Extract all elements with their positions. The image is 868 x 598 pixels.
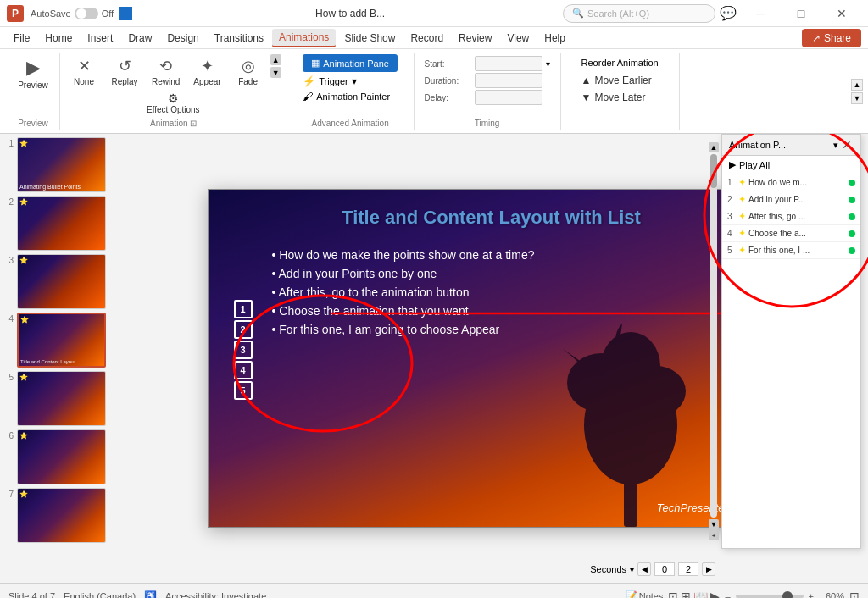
anim-rewind-button[interactable]: ⟲ Rewind [147, 54, 185, 89]
seconds-increase-button[interactable]: ▶ [702, 562, 715, 576]
main-area: 1 ⭐ Animating Bullet Points 2 ⭐ 3 ⭐ 4 [0, 134, 868, 583]
notes-button[interactable]: 📝 Notes [626, 590, 664, 598]
start-input[interactable] [475, 56, 542, 71]
notes-icon: 📝 [626, 590, 637, 598]
accessibility-info[interactable]: Accessibility: Investigate [165, 591, 266, 599]
slide-canvas[interactable]: Title and Content Layout with List [208, 189, 776, 528]
scroll-up-button[interactable]: ▲ [709, 142, 719, 152]
preview-button[interactable]: ▶ Preview [12, 54, 54, 92]
menu-help[interactable]: Help [537, 30, 572, 47]
reading-view-icon[interactable]: 📖 [693, 590, 708, 599]
anim-none-button[interactable]: ✕ None [65, 54, 103, 89]
slide-thumb-2[interactable]: 2 ⭐ [3, 196, 110, 251]
duration-label: Duration: [425, 76, 471, 86]
share-button[interactable]: ↗Share [802, 29, 861, 47]
scroll-thumb[interactable] [710, 154, 717, 188]
move-later-button[interactable]: ▼ Move Later [581, 90, 646, 105]
anim-pane-close-button[interactable]: ✕ [840, 138, 854, 152]
slide-thumb-4[interactable]: 4 ⭐ Title and Content Layout [3, 313, 110, 368]
autosave-toggle[interactable] [75, 8, 98, 19]
menu-design[interactable]: Design [160, 30, 205, 47]
menu-animations[interactable]: Animations [272, 29, 336, 47]
scroll-more-button[interactable]: + [709, 530, 719, 540]
menu-record[interactable]: Record [403, 30, 450, 47]
anim-scroll-up[interactable]: ▲ [270, 54, 281, 65]
zoom-slider[interactable] [736, 595, 804, 598]
slide-img-6[interactable]: ⭐ [17, 429, 106, 484]
search-box[interactable]: 🔍 Search (Alt+Q) [563, 4, 715, 23]
anim-fade-button[interactable]: ◎ Fade [230, 54, 267, 89]
seconds-decrease-button[interactable]: ◀ [637, 562, 651, 576]
menu-file[interactable]: File [7, 30, 36, 47]
menu-home[interactable]: Home [38, 30, 79, 47]
slide-thumb-1[interactable]: 1 ⭐ Animating Bullet Points [3, 137, 110, 192]
effect-options-button[interactable]: ⚙ Effect Options [142, 89, 205, 117]
anim-scroll-down[interactable]: ▼ [270, 67, 281, 78]
slide-thumb-5[interactable]: 5 ⭐ [3, 371, 110, 426]
zoom-plus-button[interactable]: + [809, 591, 814, 599]
seconds-dropdown-icon[interactable]: ▾ [630, 565, 634, 574]
slide-img-4[interactable]: ⭐ Title and Content Layout [17, 313, 106, 368]
vertical-scrollbar[interactable]: ▲ ▼ + [708, 142, 720, 540]
anim-pane-dropdown[interactable]: ▾ [833, 140, 838, 151]
slide-img-5[interactable]: ⭐ [17, 371, 106, 426]
close-button[interactable]: ✕ [822, 0, 861, 27]
slide-sorter-icon[interactable]: ⊞ [681, 590, 691, 599]
seconds-right-value[interactable] [678, 562, 698, 576]
maximize-button[interactable]: □ [782, 0, 821, 27]
comments-button[interactable]: 💬 [715, 1, 741, 26]
zoom-minus-button[interactable]: – [725, 591, 730, 599]
start-row: Start: ▾ [425, 56, 550, 71]
animation-list: 1 ✦ How do we m... 2 ✦ Add in your P... … [722, 174, 860, 548]
slide-img-3[interactable]: ⭐ [17, 254, 106, 309]
trigger-button[interactable]: ⚡ Trigger ▾ [303, 75, 356, 87]
advanced-animation-label: Advanced Animation [312, 117, 389, 128]
ribbon-scroll-down[interactable]: ▼ [851, 92, 863, 104]
menu-transitions[interactable]: Transitions [208, 30, 270, 47]
menu-view[interactable]: View [500, 30, 536, 47]
menu-insert[interactable]: Insert [81, 30, 120, 47]
slide-thumb-7[interactable]: 7 ⭐ [3, 488, 110, 543]
trigger-dropdown-icon[interactable]: ▾ [352, 75, 357, 87]
anim-item-4[interactable]: 4 ✦ Choose the a... [722, 225, 860, 242]
effect-options-icon: ⚙ [168, 91, 179, 105]
slide-img-1[interactable]: ⭐ Animating Bullet Points [17, 137, 106, 192]
fit-slide-icon[interactable]: ⊡ [849, 590, 860, 599]
zoom-level[interactable]: 60% [819, 591, 844, 599]
duration-input[interactable] [475, 73, 542, 88]
start-dropdown-icon[interactable]: ▾ [546, 59, 550, 69]
anim-appear-button[interactable]: ✦ Appear [188, 54, 225, 89]
animation-painter-button[interactable]: 🖌 Animation Painter [303, 91, 390, 102]
anim-item-2[interactable]: 2 ✦ Add in your P... [722, 191, 860, 208]
scroll-down-button[interactable]: ▼ [709, 519, 719, 529]
animation-expand-icon[interactable]: ⊡ [190, 119, 197, 128]
scroll-track [710, 154, 717, 518]
slide-img-7[interactable]: ⭐ [17, 488, 106, 543]
replay-icon: ↺ [119, 57, 131, 75]
menu-slideshow[interactable]: Slide Show [337, 30, 402, 47]
animation-pane-button[interactable]: ▦ Animation Pane [303, 54, 398, 72]
save-icon[interactable] [119, 7, 132, 20]
anim-item-5[interactable]: 5 ✦ For this one, I ... [722, 242, 860, 259]
slide-thumb-3[interactable]: 3 ⭐ [3, 254, 110, 309]
num-box-2: 2 [234, 320, 253, 339]
slideshow-icon[interactable]: ▶ [710, 590, 720, 599]
zoom-thumb[interactable] [782, 591, 793, 599]
normal-view-icon[interactable]: ⊡ [668, 590, 678, 599]
slide-img-2[interactable]: ⭐ [17, 196, 106, 251]
ribbon-group-preview: ▶ Preview Preview [7, 53, 60, 130]
minimize-button[interactable]: ─ [741, 0, 780, 27]
animation-pane-title: Animation P... [729, 140, 786, 150]
seconds-left-value[interactable] [654, 562, 675, 576]
menu-draw[interactable]: Draw [121, 30, 159, 47]
delay-input[interactable] [475, 90, 542, 105]
play-all-button[interactable]: ▶ Play All [722, 156, 860, 174]
anim-item-3[interactable]: 3 ✦ After this, go ... [722, 208, 860, 225]
anim-replay-button[interactable]: ↺ Replay [106, 54, 143, 89]
ribbon-scroll-up[interactable]: ▲ [851, 79, 863, 91]
timing-group-label: Timing [475, 117, 500, 128]
slide-thumb-6[interactable]: 6 ⭐ [3, 429, 110, 484]
move-earlier-button[interactable]: ▲ Move Earlier [581, 73, 652, 88]
menu-review[interactable]: Review [452, 30, 498, 47]
anim-item-1[interactable]: 1 ✦ How do we m... [722, 174, 860, 191]
